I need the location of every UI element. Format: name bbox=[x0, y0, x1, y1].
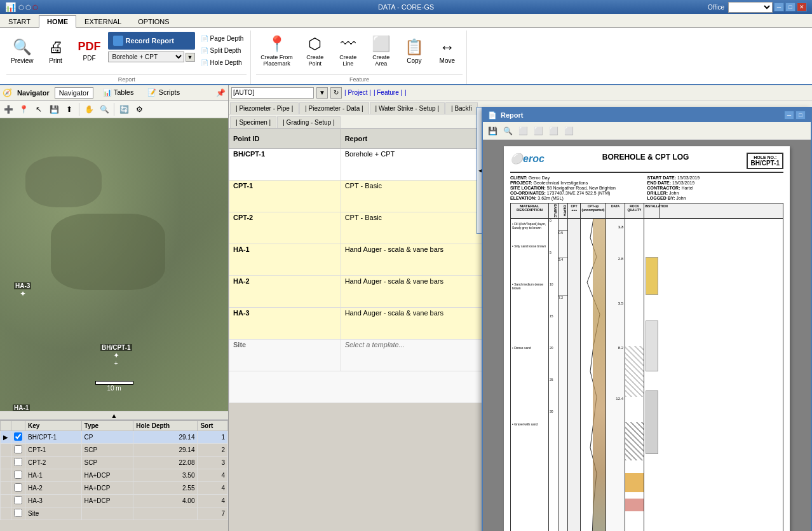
tool-save-btn[interactable]: 💾 bbox=[47, 102, 61, 116]
report-elevation: ELEVATION: 3.62m (MSL) bbox=[510, 196, 647, 200]
borehole-dropdown[interactable]: Borehole + CPT bbox=[108, 52, 184, 62]
row-checkbox[interactable] bbox=[14, 432, 22, 441]
feature-group-label: Feature bbox=[256, 74, 463, 84]
report-center: BOREHOLE & CPT LOG bbox=[602, 153, 689, 162]
location-btn-2[interactable]: ↻ bbox=[330, 87, 342, 99]
filter-tab-backfi[interactable]: | Backfi bbox=[445, 102, 478, 114]
report-restore-btn[interactable]: □ bbox=[795, 111, 806, 120]
create-point-button[interactable]: ⬡ CreatePoint bbox=[300, 32, 330, 70]
depth-col: 0 5 10 15 20 25 30 bbox=[549, 219, 558, 531]
table-row[interactable]: HA-3 HA+DCP 4.00 4 bbox=[1, 495, 228, 507]
cpt-dots-col bbox=[568, 219, 581, 531]
borehole-log-visual: MATERIAL DESCRIPTION SAMPLE DEPTH CPT●●●… bbox=[510, 203, 783, 531]
log-column-headers: MATERIAL DESCRIPTION SAMPLE DEPTH CPT●●●… bbox=[511, 203, 783, 219]
tab-external[interactable]: EXTERNAL bbox=[76, 15, 130, 27]
record-report-button[interactable]: Record Report bbox=[108, 32, 195, 50]
table-row[interactable]: CPT-2 SCP 22.08 3 bbox=[1, 457, 228, 469]
tool-cursor-btn[interactable]: ⬆ bbox=[62, 102, 76, 116]
report-window-title-bar: 📄 Report ─ □ bbox=[483, 108, 811, 122]
minimize-btn[interactable]: ─ bbox=[774, 3, 784, 11]
row-checkbox[interactable] bbox=[14, 471, 22, 479]
tab-start[interactable]: START bbox=[0, 15, 39, 27]
row-checkbox[interactable] bbox=[14, 445, 22, 453]
row-checkbox[interactable] bbox=[14, 483, 22, 492]
tool-settings-btn[interactable]: ⚙ bbox=[132, 102, 146, 116]
report-tool-1[interactable]: 💾 bbox=[485, 124, 499, 138]
ribbon-group-feature: 📍 Create FromPlacemark ⬡ CreatePoint 〰 C… bbox=[252, 31, 467, 84]
nav-pin-btn[interactable]: 📌 bbox=[216, 88, 226, 97]
collapse-bar[interactable]: ▲ bbox=[0, 411, 228, 420]
report-tool-2[interactable]: 🔍 bbox=[501, 124, 515, 138]
tab-home[interactable]: HOME bbox=[39, 15, 76, 28]
print-label: Print bbox=[49, 57, 62, 64]
row-key: BH/CPT-1 bbox=[25, 431, 82, 444]
tool-move-btn[interactable]: ✋ bbox=[82, 102, 96, 116]
map-area[interactable]: HA-3 ✦ BH/CPT-1 ✦ + HA-1 ✦ + bbox=[0, 118, 228, 411]
report-tool-6[interactable]: ⬜ bbox=[562, 124, 576, 138]
create-line-button[interactable]: 〰 CreateLine bbox=[333, 32, 363, 70]
table-row[interactable]: ▶ BH/CPT-1 CP 29.14 1 bbox=[1, 431, 228, 444]
tool-add-btn[interactable]: ➕ bbox=[1, 102, 15, 116]
extra-link[interactable]: | bbox=[405, 89, 407, 96]
preview-button[interactable]: 🔍 Preview bbox=[6, 32, 38, 70]
filter-tab-piez-pipe[interactable]: | Piezometer - Pipe | bbox=[230, 102, 299, 114]
filter-tab-specimen[interactable]: | Specimen | bbox=[230, 116, 276, 128]
auto-input[interactable] bbox=[231, 87, 314, 99]
split-depth-button[interactable]: 📄 Split Depth bbox=[198, 45, 247, 56]
report-tool-3[interactable]: ⬜ bbox=[516, 124, 530, 138]
row-checkbox-cell bbox=[11, 469, 25, 482]
table-row[interactable]: HA-1 HA+DCP 3.50 4 bbox=[1, 469, 228, 482]
borehole-dropdown-btn[interactable]: ▼ bbox=[186, 53, 195, 62]
nav-tab-tables[interactable]: 📊 Tables bbox=[98, 86, 139, 99]
tool-marker-btn[interactable]: 📍 bbox=[17, 102, 30, 116]
tab-options[interactable]: OPTIONS bbox=[130, 15, 178, 27]
feature-link[interactable]: | Feature | bbox=[374, 89, 402, 96]
nav-tab-scripts[interactable]: 📝 Scripts bbox=[143, 86, 184, 99]
ribbon-group-content-feature: 📍 Create FromPlacemark ⬡ CreatePoint 〰 C… bbox=[256, 31, 463, 74]
row-checkbox[interactable] bbox=[14, 509, 22, 517]
tool-select-btn[interactable]: ↖ bbox=[32, 102, 46, 116]
filter-tab-piez-data[interactable]: | Piezometer - Data | bbox=[299, 102, 369, 114]
row-checkbox[interactable] bbox=[14, 496, 22, 504]
tool-refresh-btn[interactable]: 🔄 bbox=[117, 102, 131, 116]
row-checkbox[interactable] bbox=[14, 458, 22, 466]
table-row[interactable]: HA-2 HA+DCP 2.55 4 bbox=[1, 482, 228, 495]
toolbar-divider-1 bbox=[79, 103, 79, 116]
maximize-btn[interactable]: □ bbox=[785, 3, 795, 11]
table-row[interactable]: Site 7 bbox=[1, 507, 228, 520]
hole-depth-button[interactable]: 📄 Hole Depth bbox=[198, 57, 247, 68]
copy-button[interactable]: 📋 Copy bbox=[399, 32, 430, 70]
create-area-button[interactable]: ⬜ CreateArea bbox=[366, 32, 396, 70]
app-icon: 📊 bbox=[5, 2, 16, 12]
page-depth-button[interactable]: 📄 Page Depth bbox=[198, 33, 247, 44]
create-from-placemark-label: Create FromPlacemark bbox=[261, 54, 293, 67]
office-select[interactable] bbox=[728, 2, 773, 13]
map-scale: 10 m bbox=[95, 381, 133, 392]
location-btn-1[interactable]: ▼ bbox=[316, 87, 328, 99]
pdf-button[interactable]: PDF PDF bbox=[74, 32, 105, 70]
row-sort: 4 bbox=[198, 482, 228, 495]
print-button[interactable]: 🖨 Print bbox=[41, 32, 71, 70]
create-from-placemark-button[interactable]: 📍 Create FromPlacemark bbox=[256, 32, 297, 70]
map-point-bhcpt1[interactable]: BH/CPT-1 ✦ + bbox=[100, 344, 132, 367]
report-tool-5[interactable]: ⬜ bbox=[546, 124, 560, 138]
tool-zoom-btn[interactable]: 🔍 bbox=[97, 102, 111, 116]
record-section: Record Report Borehole + CPT ▼ bbox=[108, 32, 195, 62]
report-start-date: START DATE: 15/03/2019 bbox=[647, 176, 784, 180]
map-point-ha1[interactable]: HA-1 ✦ + bbox=[13, 404, 30, 411]
move-button[interactable]: ↔ Move bbox=[432, 32, 463, 70]
project-link[interactable]: | Project | bbox=[344, 89, 371, 96]
filter-tab-grading[interactable]: | Grading - Setup | bbox=[277, 116, 340, 128]
row-hole-depth: 29.14 bbox=[133, 444, 198, 457]
report-minimize-btn[interactable]: ─ bbox=[784, 111, 794, 120]
record-report-label: Record Report bbox=[126, 37, 174, 45]
map-point-ha3[interactable]: HA-3 ✦ bbox=[14, 282, 31, 298]
table-row[interactable]: CPT-1 SCP 29.14 2 bbox=[1, 444, 228, 457]
navigator-title: Navigator bbox=[17, 89, 50, 97]
report-content[interactable]: ⚪eroc BOREHOLE & CPT LOG HOLE NO.: BH/CP… bbox=[483, 140, 811, 531]
row-checkbox-cell bbox=[11, 444, 25, 457]
filter-tab-water-strike[interactable]: | Water Strike - Setup | bbox=[370, 102, 445, 114]
report-tool-4[interactable]: ⬜ bbox=[531, 124, 545, 138]
nav-tab-navigator[interactable]: Navigator bbox=[55, 87, 93, 99]
close-btn[interactable]: ✕ bbox=[797, 3, 807, 11]
